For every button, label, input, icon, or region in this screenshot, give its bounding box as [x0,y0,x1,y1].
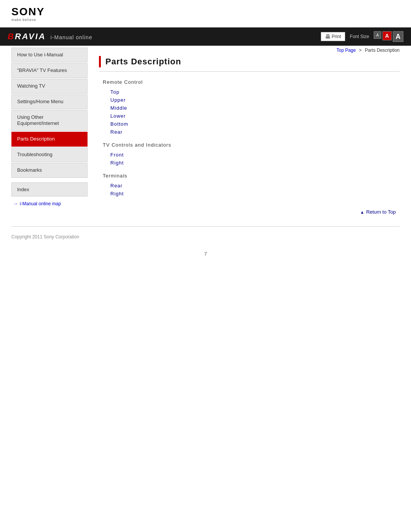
section-tv-controls: TV Controls and Indicators Front Right [103,142,396,167]
return-to-top[interactable]: ▲ Return to Top [103,209,396,215]
breadcrumb-current: Parts Description [365,48,400,53]
breadcrumb-top-page[interactable]: Top Page [336,48,356,53]
remote-control-label: Remote Control [103,79,396,85]
sidebar-item-how-to-use[interactable]: How to Use i-Manual [11,48,88,62]
title-accent-bar [99,56,101,67]
font-size-medium-button[interactable]: A [382,31,392,40]
font-size-small-button[interactable]: A [374,31,381,39]
bravia-logo: BRAVIA i-Manual online [8,32,92,42]
link-rc-bottom[interactable]: Bottom [103,120,396,128]
link-rc-top[interactable]: Top [103,88,396,96]
font-size-controls: A A A [374,31,403,42]
main-container: How to Use i-Manual "BRAVIA" TV Features… [0,48,411,222]
imanual-title: i-Manual online [51,34,92,40]
breadcrumb: Top Page > Parts Description [99,48,400,53]
content-area: Top Page > Parts Description Parts Descr… [95,48,400,222]
copyright-text: Copyright 2011 Sony Corporation [11,234,79,240]
top-bar-right: 🖶 Print Font Size A A A [321,31,403,42]
link-tv-front[interactable]: Front [103,151,396,159]
footer-divider [11,226,400,227]
font-size-large-button[interactable]: A [393,31,403,42]
link-rc-middle[interactable]: Middle [103,104,396,112]
link-term-right[interactable]: Right [103,190,396,198]
section-terminals: Terminals Rear Right [103,173,396,198]
sidebar-item-index[interactable]: Index [11,182,88,197]
link-tv-right[interactable]: Right [103,159,396,167]
sony-wordmark: SONY [11,6,45,18]
page-title-container: Parts Description [99,56,400,72]
link-term-rear[interactable]: Rear [103,182,396,190]
sidebar: How to Use i-Manual "BRAVIA" TV Features… [11,48,88,222]
sidebar-item-troubleshooting[interactable]: Troubleshooting [11,147,88,162]
content-body: Remote Control Top Upper Middle Lower Bo… [99,79,400,215]
print-icon: 🖶 [325,34,330,40]
bravia-title: BRAVIA [8,32,46,42]
map-arrow-icon: → [13,201,18,206]
breadcrumb-separator: > [359,48,362,53]
sidebar-divider [11,179,88,182]
triangle-up-icon: ▲ [360,210,364,214]
section-remote-control: Remote Control Top Upper Middle Lower Bo… [103,79,396,136]
sony-header: SONY make.believe [0,0,411,27]
sidebar-item-bookmarks[interactable]: Bookmarks [11,163,88,178]
link-rc-rear[interactable]: Rear [103,128,396,136]
sidebar-item-using-other[interactable]: Using Other Equipment/Internet [11,110,88,131]
sidebar-item-bravia-features[interactable]: "BRAVIA" TV Features [11,63,88,78]
link-rc-lower[interactable]: Lower [103,112,396,120]
link-rc-upper[interactable]: Upper [103,96,396,104]
font-size-label: Font Size [350,34,369,39]
print-button[interactable]: 🖶 Print [321,32,346,41]
terminals-label: Terminals [103,173,396,179]
page-number: 7 [0,243,411,264]
sidebar-item-watching-tv[interactable]: Watching TV [11,79,88,94]
sidebar-item-settings-home[interactable]: Settings/Home Menu [11,94,88,109]
footer: Copyright 2011 Sony Corporation [0,230,411,243]
tv-controls-label: TV Controls and Indicators [103,142,396,148]
top-bar: BRAVIA i-Manual online 🖶 Print Font Size… [0,27,411,46]
page-title: Parts Description [105,57,181,67]
sony-logo: SONY make.believe [11,6,45,22]
sidebar-item-parts-description[interactable]: Parts Description [11,132,88,147]
sony-tagline: make.believe [11,18,36,22]
imanual-map-link[interactable]: → i-Manual online map [11,201,88,206]
